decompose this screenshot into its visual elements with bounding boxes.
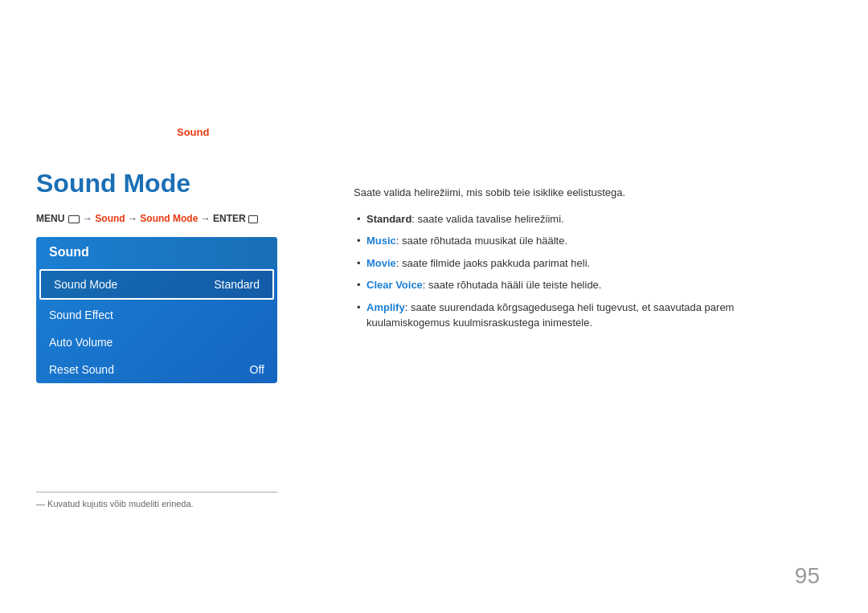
left-panel: Sound Mode MENU → Sound → Sound Mode → E… <box>36 169 309 383</box>
list-item-movie: Movie: saate filmide jaoks pakkuda parim… <box>354 255 820 272</box>
reset-sound-label: Reset Sound <box>49 363 114 376</box>
right-panel: Saate valida helirežiimi, mis sobib teie… <box>354 185 820 337</box>
page-number: 95 <box>795 563 820 589</box>
menu-icon <box>68 215 80 223</box>
auto-volume-label: Auto Volume <box>49 336 113 349</box>
text-clear-voice: : saate rõhutada hääli üle teiste helide… <box>423 279 602 291</box>
menu-path: MENU → Sound → Sound Mode → ENTER <box>36 213 309 224</box>
sound-effect-label: Sound Effect <box>49 309 113 321</box>
list-item-standard: Standard: saate valida tavalise helireži… <box>354 211 820 227</box>
intro-text: Saate valida helirežiimi, mis sobib teie… <box>354 185 820 202</box>
breadcrumb-sound-label: Sound <box>177 126 209 138</box>
sound-mode-label: Sound Mode <box>54 278 117 291</box>
enter-icon <box>248 215 258 223</box>
term-movie: Movie <box>366 257 396 269</box>
menu-item-sound-mode[interactable]: Sound Mode Standard <box>39 269 274 300</box>
list-item-amplify: Amplify: saate suurendada kõrgsagedusega… <box>354 300 820 331</box>
list-item-music: Music: saate rõhutada muusikat üle häält… <box>354 233 820 249</box>
reset-sound-value: Off <box>250 363 264 376</box>
term-amplify: Amplify <box>366 301 405 313</box>
term-standard: Standard <box>366 213 411 225</box>
text-music: : saate rõhutada muusikat üle häälte. <box>396 235 567 247</box>
menu-path-text: MENU → Sound → Sound Mode → ENTER <box>36 213 258 224</box>
page-title: Sound Mode <box>36 169 309 198</box>
term-clear-voice: Clear Voice <box>366 279 423 291</box>
bullet-list: Standard: saate valida tavalise helireži… <box>354 211 820 331</box>
sound-menu-box: Sound Sound Mode Standard Sound Effect A… <box>36 237 277 383</box>
footnote-text: ― Kuvatud kujutis võib mudeliti erineda. <box>36 499 277 509</box>
list-item-clear-voice: Clear Voice: saate rõhutada hääli üle te… <box>354 277 820 293</box>
footnote-area: ― Kuvatud kujutis võib mudeliti erineda. <box>36 492 277 509</box>
term-music: Music <box>366 235 396 247</box>
text-movie: : saate filmide jaoks pakkuda parimat he… <box>396 257 590 269</box>
menu-header: Sound <box>36 237 277 268</box>
sound-mode-value: Standard <box>214 278 260 291</box>
menu-item-reset-sound[interactable]: Reset Sound Off <box>36 356 277 383</box>
breadcrumb: Sound <box>177 125 209 139</box>
text-amplify: : saate suurendada kõrgsagedusega heli t… <box>366 301 734 329</box>
menu-item-sound-effect[interactable]: Sound Effect <box>36 301 277 329</box>
text-standard: : saate valida tavalise helirežiimi. <box>411 213 563 225</box>
menu-item-auto-volume[interactable]: Auto Volume <box>36 329 277 356</box>
